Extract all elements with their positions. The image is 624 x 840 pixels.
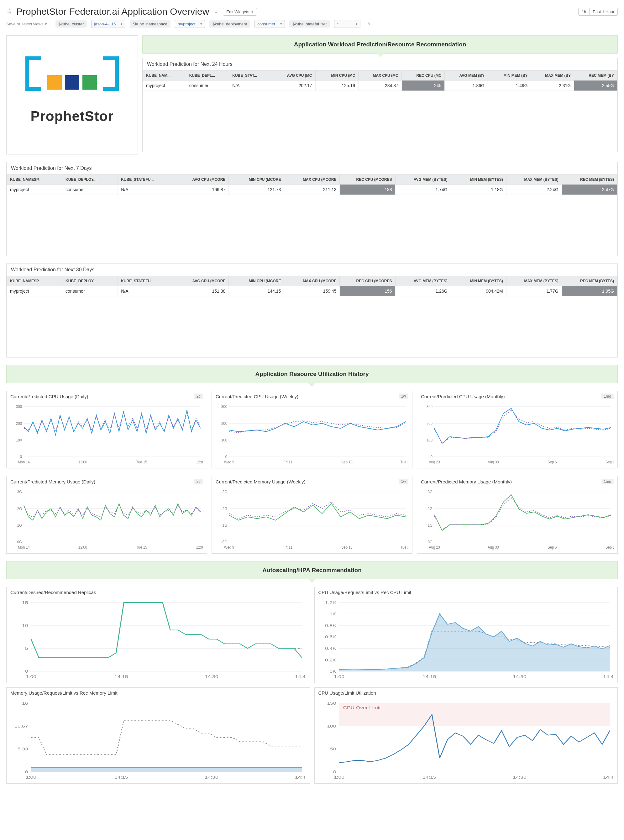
svg-text:300: 300	[221, 404, 227, 409]
chart-body[interactable]: 0100200300Aug 23Aug 30Sep 6Sep 13	[417, 402, 618, 468]
chart-body[interactable]: 0510151:0014:1514:3014:45	[6, 598, 310, 683]
filter-cluster-dropdown[interactable]: jason-4-115 ▾	[91, 20, 125, 28]
table-header-row: KUBE_NAMESP...KUBE_DEPLOY...KUBE_STATEFU…	[7, 276, 618, 286]
column-header[interactable]: MAX CPU (MCORE	[284, 175, 340, 185]
column-header[interactable]: KUBE_STATEFU...	[118, 175, 173, 185]
column-header[interactable]: MIN MEM (BY	[488, 71, 531, 80]
chart-body[interactable]: 0K0.2K0.4K0.6K0.8K1K1.2K1:0014:1514:3014…	[315, 598, 618, 683]
section-banner-autoscaling: Autoscaling/HPA Recommendation	[6, 561, 618, 580]
column-header[interactable]: REC CPU (MCORES	[340, 175, 395, 185]
column-header[interactable]: MIN MEM (BYTES)	[451, 276, 506, 286]
chart-range-pill[interactable]: 1w	[398, 479, 408, 484]
time-range-short-button[interactable]: 1h	[578, 8, 590, 15]
chart-panel: Current/Predicted CPU Usage (Monthly)1mo…	[417, 391, 618, 469]
svg-text:0: 0	[20, 455, 22, 459]
svg-text:10.67: 10.67	[14, 724, 28, 728]
chart-panel: CPU Usage/Request/Limit vs Rec CPU Limit…	[314, 587, 618, 683]
column-header[interactable]: KUBE_STATEFU...	[118, 276, 173, 286]
column-header[interactable]: MIN CPU (MCORE	[229, 276, 284, 286]
chart-range-pill[interactable]: 2d	[194, 393, 203, 399]
section-banner-title: Application Resource Utilization History	[255, 371, 369, 378]
svg-text:0: 0	[226, 455, 227, 459]
chart-panel: Current/Predicted Memory Usage (Daily)2d…	[6, 476, 207, 553]
filter-cluster-value: jason-4-115	[91, 20, 118, 28]
filter-statefulset-dropdown[interactable]: * ▾	[334, 20, 360, 28]
column-header[interactable]: AVG CPU (MC	[272, 71, 315, 80]
time-range-label-button[interactable]: Past 1 Hour	[589, 8, 618, 15]
chart-body[interactable]: 0100200300Mon 1412:00Tue 1512:00	[6, 402, 207, 468]
column-header[interactable]: KUBE_NAM...	[143, 71, 186, 80]
column-header[interactable]: MIN CPU (MCORE	[229, 175, 284, 185]
chart-range-pill[interactable]: 1mo	[601, 393, 614, 399]
table-cell: 2.47G	[562, 185, 617, 195]
table-cell: myproject	[7, 185, 62, 195]
column-header[interactable]: REC CPU (MCORES	[340, 276, 395, 286]
svg-text:Wed 9: Wed 9	[224, 545, 235, 550]
column-header[interactable]: REC CPU (MC	[402, 71, 445, 80]
column-header[interactable]: MIN MEM (BYTES)	[451, 175, 506, 185]
chart-body[interactable]: 0100200300Wed 9Fri 11Sep 13Tue 15	[212, 402, 412, 468]
column-header[interactable]: MAX MEM (BYTES)	[506, 276, 562, 286]
svg-text:300: 300	[426, 404, 432, 409]
column-header[interactable]: KUBE_NAMESP...	[7, 175, 62, 185]
column-header[interactable]: KUBE_DEPL...	[186, 71, 229, 80]
column-header[interactable]: KUBE_DEPLOY...	[62, 175, 118, 185]
logo-panel: ProphetStor	[6, 35, 138, 154]
table-cell: consumer	[62, 286, 118, 296]
column-header[interactable]: REC MEM (BYTES)	[562, 175, 617, 185]
filter-namespace-dropdown[interactable]: myproject ▾	[175, 20, 205, 28]
chart-body[interactable]: 050100150CPU Over Limit1:0014:1514:3014:…	[315, 698, 618, 783]
column-header[interactable]: AVG CPU (MCORE	[173, 175, 229, 185]
column-header[interactable]: AVG MEM (BY	[445, 71, 488, 80]
svg-text:1:00: 1:00	[334, 674, 344, 679]
column-header[interactable]: AVG MEM (BYTES)	[395, 276, 451, 286]
filter-namespace-label: $kube_namespace	[130, 20, 170, 28]
chart-range-pill[interactable]: 2d	[194, 479, 203, 484]
edit-widgets-label: Edit Widgets	[226, 9, 249, 14]
chart-body[interactable]: 05.3310.67161:0014:1514:3014:45	[6, 698, 310, 783]
chart-body[interactable]: 0G1G2G3GAug 23Aug 30Sep 6Sep 13	[417, 487, 618, 553]
edit-widgets-button[interactable]: Edit Widgets +	[223, 8, 257, 15]
svg-text:14:30: 14:30	[513, 674, 526, 679]
chart-title: Current/Predicted Memory Usage (Monthly)	[421, 479, 512, 484]
chart-panel: Current/Predicted Memory Usage (Weekly)1…	[212, 476, 412, 553]
filter-statefulset-label: $kube_stateful_set	[289, 20, 330, 28]
column-header[interactable]: REC MEM (BYTES)	[562, 276, 617, 286]
column-header[interactable]: MAX CPU (MCORE	[284, 276, 340, 286]
table-cell: 2.55G	[574, 80, 618, 91]
column-header[interactable]: REC MEM (BY	[574, 71, 618, 80]
column-header[interactable]: MIN CPU (MC	[315, 71, 358, 80]
svg-text:Sep 13: Sep 13	[605, 545, 614, 550]
chart-range-pill[interactable]: 1w	[398, 393, 408, 399]
svg-text:12:00: 12:00	[78, 545, 87, 550]
chart-range-pill[interactable]: 1mo	[601, 479, 614, 484]
table-row: myprojectconsumerN/A166.87121.73211.1318…	[7, 185, 618, 195]
filter-namespace-value: myproject	[175, 20, 198, 28]
table-cell: 156	[340, 286, 395, 296]
column-header[interactable]: MAX MEM (BYTES)	[506, 175, 562, 185]
filter-deployment-dropdown[interactable]: consumer ▾	[255, 20, 285, 28]
svg-text:Sep 13: Sep 13	[341, 545, 352, 550]
svg-text:Mon 14: Mon 14	[18, 545, 30, 550]
section-banner-utilization: Application Resource Utilization History	[6, 365, 618, 383]
svg-text:Aug 30: Aug 30	[488, 545, 499, 550]
column-header[interactable]: KUBE_DEPLOY...	[62, 276, 118, 286]
svg-text:2G: 2G	[222, 506, 227, 511]
chevron-down-icon: ▾	[118, 22, 125, 26]
save-views-link[interactable]: Save or select views ▾	[6, 22, 51, 26]
chart-body[interactable]: 0G1G2G3GMon 1412:00Tue 1512:00	[6, 487, 207, 553]
chevron-down-icon[interactable]: ⌵	[213, 9, 219, 14]
edit-filters-icon[interactable]: ✎	[365, 22, 373, 26]
section-banner-prediction: Application Workload Prediction/Resource…	[142, 35, 618, 54]
favorite-star-icon[interactable]: ☆	[6, 8, 12, 15]
column-header[interactable]: AVG MEM (BYTES)	[395, 175, 451, 185]
svg-text:14:45: 14:45	[603, 674, 614, 679]
column-header[interactable]: MAX MEM (BY	[531, 71, 574, 80]
svg-text:0: 0	[333, 769, 336, 774]
column-header[interactable]: AVG CPU (MCORE	[173, 276, 229, 286]
column-header[interactable]: KUBE_STAT...	[229, 71, 272, 80]
column-header[interactable]: MAX CPU (MC	[358, 71, 402, 80]
column-header[interactable]: KUBE_NAMESP...	[7, 276, 62, 286]
svg-text:2G: 2G	[17, 506, 22, 511]
chart-body[interactable]: 0G1G2G3GWed 9Fri 11Sep 13Tue 15	[212, 487, 412, 553]
